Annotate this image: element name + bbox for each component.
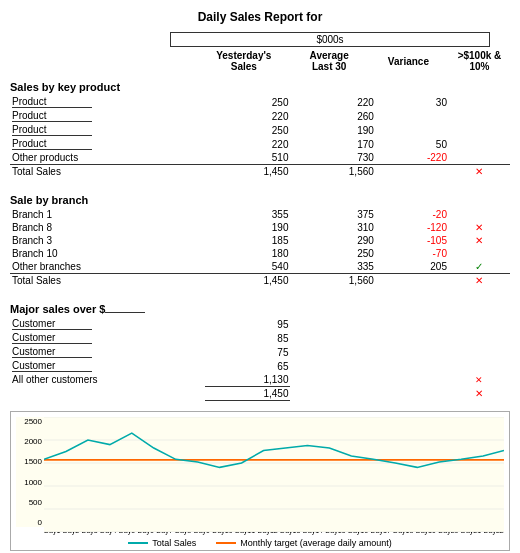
branch1-flag bbox=[449, 208, 510, 221]
product-label-3: Product bbox=[12, 124, 92, 136]
customer-flag-4 bbox=[449, 359, 510, 373]
major-sales-table: Customer 95 Customer 85 Customer 75 bbox=[10, 317, 510, 401]
product-total-flag: ✕ bbox=[449, 165, 510, 179]
branch3-flag: ✕ bbox=[449, 234, 510, 247]
customer-yesterday-2: 85 bbox=[205, 331, 290, 345]
product-label-4: Product bbox=[12, 138, 92, 150]
product-avg-1: 220 bbox=[290, 95, 375, 109]
customer-label-1: Customer bbox=[12, 318, 92, 330]
other-branches-variance: 205 bbox=[376, 260, 449, 274]
product-variance-2 bbox=[376, 109, 449, 123]
other-products-variance: -220 bbox=[376, 151, 449, 165]
branch8-yesterday: 190 bbox=[205, 221, 290, 234]
customer-yesterday-3: 75 bbox=[205, 345, 290, 359]
major-total-flag: ✕ bbox=[449, 387, 510, 401]
product-avg-2: 260 bbox=[290, 109, 375, 123]
customer-avg-4 bbox=[290, 359, 375, 373]
chart-legend: Total Sales Monthly target (average dail… bbox=[16, 538, 504, 548]
branch1-label: Branch 1 bbox=[10, 208, 205, 221]
branch-total-flag: ✕ bbox=[449, 274, 510, 288]
branch8-label: Branch 8 bbox=[10, 221, 205, 234]
other-products-yesterday: 510 bbox=[205, 151, 290, 165]
branch-total-variance bbox=[376, 274, 449, 288]
branch-total-row: Total Sales 1,450 1,560 ✕ bbox=[10, 274, 510, 288]
product-total-row: Total Sales 1,450 1,560 ✕ bbox=[10, 165, 510, 179]
report-title: Daily Sales Report for bbox=[10, 10, 510, 24]
chart-svg bbox=[44, 417, 504, 532]
table-row: Product 220 170 50 bbox=[10, 137, 510, 151]
product-flag-2 bbox=[449, 109, 510, 123]
table-row: Product 220 260 bbox=[10, 109, 510, 123]
col-header-yesterday: Yesterday'sSales bbox=[205, 49, 290, 73]
legend-total-sales: Total Sales bbox=[128, 538, 196, 548]
customer-flag-1 bbox=[449, 317, 510, 331]
table-row: Branch 1 355 375 -20 bbox=[10, 208, 510, 221]
major-total-yesterday: 1,450 bbox=[205, 387, 290, 401]
all-other-avg bbox=[290, 373, 375, 387]
branch3-yesterday: 185 bbox=[205, 234, 290, 247]
product-flag-4 bbox=[449, 137, 510, 151]
customer-flag-2 bbox=[449, 331, 510, 345]
major-total-avg bbox=[290, 387, 375, 401]
product-total-label: Total Sales bbox=[10, 165, 205, 179]
product-flag-1 bbox=[449, 95, 510, 109]
legend-monthly-target-label: Monthly target (average daily amount) bbox=[240, 538, 392, 548]
branch3-variance: -105 bbox=[376, 234, 449, 247]
other-branches-avg: 335 bbox=[290, 260, 375, 274]
table-row: Branch 8 190 310 -120 ✕ bbox=[10, 221, 510, 234]
product-yesterday-3: 250 bbox=[205, 123, 290, 137]
customer-yesterday-4: 65 bbox=[205, 359, 290, 373]
table-row: Customer 85 bbox=[10, 331, 510, 345]
col-header-avg: AverageLast 30 bbox=[290, 49, 375, 73]
table-row: Customer 65 bbox=[10, 359, 510, 373]
y-axis-labels: 2500 2000 1500 1000 500 0 bbox=[16, 417, 44, 527]
branch1-yesterday: 355 bbox=[205, 208, 290, 221]
customer-label-2: Customer bbox=[12, 332, 92, 344]
branch-total-yesterday: 1,450 bbox=[205, 274, 290, 288]
section-title-major: Major sales over $ bbox=[10, 303, 510, 315]
all-other-customers-label: All other customers bbox=[10, 373, 205, 387]
customer-variance-4 bbox=[376, 359, 449, 373]
product-flag-3 bbox=[449, 123, 510, 137]
other-branches-yesterday: 540 bbox=[205, 260, 290, 274]
y-label-1500: 1500 bbox=[24, 457, 42, 466]
y-label-2500: 2500 bbox=[24, 417, 42, 426]
table-row: Customer 95 bbox=[10, 317, 510, 331]
customer-variance-2 bbox=[376, 331, 449, 345]
customer-yesterday-1: 95 bbox=[205, 317, 290, 331]
section-title-product: Sales by key product bbox=[10, 81, 510, 93]
table-row: Branch 10 180 250 -70 bbox=[10, 247, 510, 260]
major-total-variance bbox=[376, 387, 449, 401]
branch10-avg: 250 bbox=[290, 247, 375, 260]
product-yesterday-2: 220 bbox=[205, 109, 290, 123]
branch-total-label: Total Sales bbox=[10, 274, 205, 288]
product-total-avg: 1,560 bbox=[290, 165, 375, 179]
branch8-avg: 310 bbox=[290, 221, 375, 234]
branch8-variance: -120 bbox=[376, 221, 449, 234]
branch10-label: Branch 10 bbox=[10, 247, 205, 260]
branch-total-avg: 1,560 bbox=[290, 274, 375, 288]
chart-area: 2500 2000 1500 1000 500 0 bbox=[16, 417, 504, 527]
customer-variance-3 bbox=[376, 345, 449, 359]
legend-monthly-target-line bbox=[216, 542, 236, 544]
table-row: Other products 510 730 -220 bbox=[10, 151, 510, 165]
y-label-2000: 2000 bbox=[24, 437, 42, 446]
col-header-threshold: >$100k &10% bbox=[449, 49, 510, 73]
table-row: Customer 75 bbox=[10, 345, 510, 359]
product-yesterday-1: 250 bbox=[205, 95, 290, 109]
product-variance-4: 50 bbox=[376, 137, 449, 151]
y-label-500: 500 bbox=[29, 498, 42, 507]
product-variance-1: 30 bbox=[376, 95, 449, 109]
other-products-label: Other products bbox=[10, 151, 205, 165]
table-row: Other branches 540 335 205 ✓ bbox=[10, 260, 510, 274]
y-label-0: 0 bbox=[38, 518, 42, 527]
customer-avg-2 bbox=[290, 331, 375, 345]
branch10-variance: -70 bbox=[376, 247, 449, 260]
major-total-label bbox=[10, 387, 205, 401]
all-other-variance bbox=[376, 373, 449, 387]
column-headers-table: Yesterday'sSales AverageLast 30 Variance… bbox=[10, 49, 510, 73]
all-other-flag: ✕ bbox=[449, 373, 510, 387]
other-products-flag bbox=[449, 151, 510, 165]
customer-avg-3 bbox=[290, 345, 375, 359]
table-row: Branch 3 185 290 -105 ✕ bbox=[10, 234, 510, 247]
